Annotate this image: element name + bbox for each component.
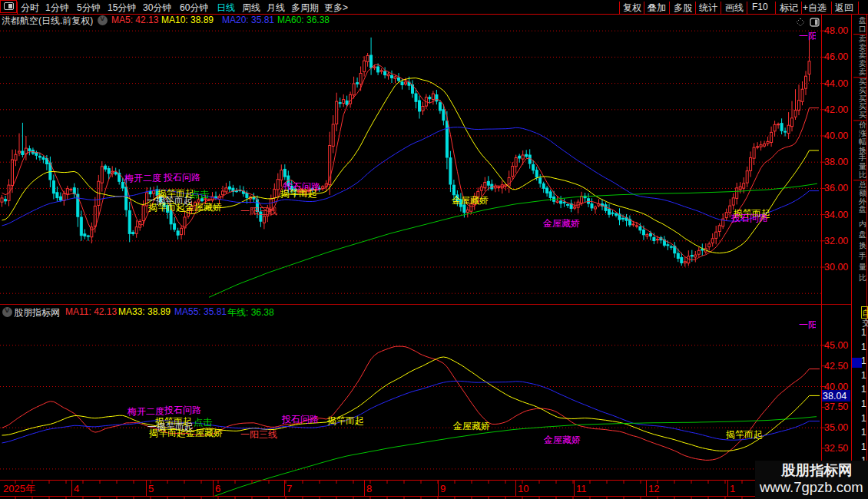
svg-text:梅开二度: 梅开二度 bbox=[127, 406, 164, 417]
svg-text:44.00: 44.00 bbox=[824, 78, 848, 89]
svg-text:一阳三线: 一阳三线 bbox=[240, 206, 277, 216]
svg-text:揭竿而起金屋藏娇: 揭竿而起金屋藏娇 bbox=[148, 202, 222, 213]
svg-text:一阳三线: 一阳三线 bbox=[799, 319, 836, 330]
svg-text:2025年: 2025年 bbox=[3, 483, 35, 494]
svg-text:揭竿而起: 揭竿而起 bbox=[280, 188, 317, 199]
svg-text:点击: 点击 bbox=[194, 417, 213, 428]
svg-text:盘: 盘 bbox=[859, 230, 866, 239]
svg-text:量: 量 bbox=[859, 162, 866, 170]
svg-text:卖: 卖 bbox=[859, 59, 866, 68]
svg-text:盘: 盘 bbox=[859, 205, 866, 213]
svg-text:卖: 卖 bbox=[859, 35, 866, 43]
svg-text:买: 买 bbox=[859, 102, 866, 111]
svg-text:11: 11 bbox=[576, 483, 587, 494]
svg-text:35.00: 35.00 bbox=[824, 422, 848, 433]
svg-text:买: 买 bbox=[859, 94, 866, 103]
svg-text:手: 手 bbox=[858, 154, 866, 162]
svg-text:买: 买 bbox=[859, 78, 866, 86]
svg-text:投石问路: 投石问路 bbox=[281, 414, 319, 425]
svg-text:32.50: 32.50 bbox=[824, 443, 848, 454]
svg-text:1: 1 bbox=[861, 427, 866, 438]
svg-text:7: 7 bbox=[287, 483, 292, 494]
svg-text:点击: 点击 bbox=[190, 189, 210, 200]
svg-text:42.00: 42.00 bbox=[824, 104, 848, 115]
svg-text:1: 1 bbox=[861, 355, 866, 366]
svg-text:涨: 涨 bbox=[859, 129, 866, 137]
svg-text:买: 买 bbox=[859, 86, 866, 94]
svg-text:5: 5 bbox=[148, 483, 154, 494]
svg-text:42.50: 42.50 bbox=[824, 361, 848, 372]
svg-text:比: 比 bbox=[859, 170, 866, 179]
svg-text:卖: 卖 bbox=[859, 51, 866, 59]
svg-text:48.00: 48.00 bbox=[824, 25, 848, 36]
svg-text:34.00: 34.00 bbox=[824, 210, 848, 220]
svg-text:32.00: 32.00 bbox=[824, 236, 848, 246]
svg-text:幅: 幅 bbox=[859, 137, 866, 146]
svg-text:6: 6 bbox=[215, 483, 220, 494]
svg-text:1: 1 bbox=[861, 384, 866, 395]
svg-text:38.00: 38.00 bbox=[824, 157, 848, 167]
svg-text:金屋藏娇: 金屋藏娇 bbox=[543, 435, 581, 445]
svg-text:金屋藏娇: 金屋藏娇 bbox=[452, 421, 490, 431]
svg-text:38.04: 38.04 bbox=[823, 391, 846, 402]
svg-text:1: 1 bbox=[861, 398, 866, 409]
svg-text:45.00: 45.00 bbox=[824, 340, 848, 351]
svg-text:投石问路: 投石问路 bbox=[164, 405, 201, 415]
svg-text:揭竿而起金屋藏娇: 揭竿而起金屋藏娇 bbox=[149, 428, 223, 438]
svg-text:36.00: 36.00 bbox=[824, 183, 848, 193]
svg-text:一阳三线: 一阳三线 bbox=[240, 429, 277, 440]
svg-text:比: 比 bbox=[859, 273, 866, 282]
svg-text:投石问路: 投石问路 bbox=[163, 172, 200, 183]
svg-text:总: 总 bbox=[859, 180, 866, 189]
svg-text:37.50: 37.50 bbox=[824, 402, 848, 412]
svg-text:额: 额 bbox=[859, 189, 866, 197]
svg-text:卖: 卖 bbox=[859, 68, 866, 76]
svg-text:股朋指标网: 股朋指标网 bbox=[780, 462, 853, 478]
svg-text:9: 9 bbox=[440, 483, 446, 494]
svg-text:手: 手 bbox=[858, 252, 866, 260]
svg-text:揭竿而起: 揭竿而起 bbox=[726, 429, 763, 440]
svg-text:30.00: 30.00 bbox=[824, 262, 848, 273]
svg-text:40.00: 40.00 bbox=[824, 131, 848, 141]
svg-text:1: 1 bbox=[730, 483, 735, 494]
svg-text:揭竿而起: 揭竿而起 bbox=[327, 415, 364, 426]
svg-text:买: 买 bbox=[859, 111, 866, 119]
svg-text:1: 1 bbox=[861, 342, 866, 352]
svg-text:www.7gpzb.com: www.7gpzb.com bbox=[759, 479, 863, 495]
svg-text:46.00: 46.00 bbox=[824, 51, 848, 62]
svg-text:内: 内 bbox=[859, 220, 866, 228]
svg-text:梅开二度: 梅开二度 bbox=[124, 173, 161, 183]
svg-text:外: 外 bbox=[858, 197, 866, 206]
svg-text:8: 8 bbox=[366, 483, 372, 494]
svg-text:交: 交 bbox=[863, 319, 868, 327]
svg-text:10: 10 bbox=[518, 483, 528, 494]
svg-text:价: 价 bbox=[859, 121, 866, 129]
svg-text:换: 换 bbox=[859, 241, 866, 250]
svg-text:换: 换 bbox=[859, 146, 866, 154]
svg-text:1: 1 bbox=[861, 370, 866, 381]
svg-text:卖: 卖 bbox=[859, 43, 866, 51]
svg-text:4: 4 bbox=[74, 483, 79, 494]
svg-text:投石问路: 投石问路 bbox=[731, 213, 768, 223]
svg-text:1: 1 bbox=[861, 327, 866, 338]
svg-text:12: 12 bbox=[648, 483, 659, 494]
svg-text:1: 1 bbox=[861, 441, 866, 452]
svg-text:量: 量 bbox=[859, 263, 866, 271]
svg-text:金屋藏娇: 金屋藏娇 bbox=[542, 218, 580, 229]
svg-text:金屋藏娇: 金屋藏娇 bbox=[451, 195, 489, 206]
svg-text:1: 1 bbox=[861, 413, 866, 424]
